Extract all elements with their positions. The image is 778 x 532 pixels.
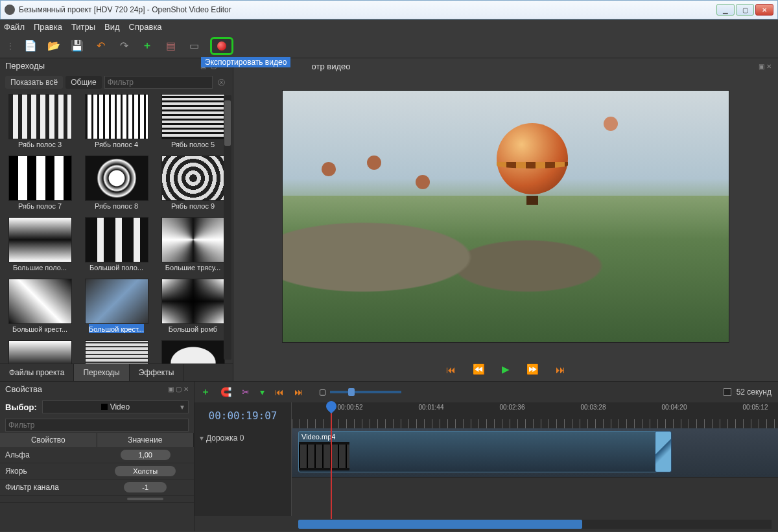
transition-item[interactable]: Большие трясу... [156, 217, 230, 277]
export-tooltip: Экспортировать видео [201, 57, 290, 67]
prev-marker-icon[interactable]: ⏮ [275, 387, 284, 397]
transition-item[interactable] [156, 340, 230, 364]
jump-start-icon[interactable]: ⏮ [446, 364, 456, 375]
undo-icon[interactable]: ↶ [93, 39, 108, 53]
transition-label: Большой поло... [89, 262, 143, 272]
marker-add-icon[interactable]: ▾ [260, 387, 265, 397]
select-label: Выбор: [5, 402, 37, 412]
transition-thumb [8, 340, 72, 364]
next-marker-icon[interactable]: ⏭ [294, 387, 303, 397]
transition-thumb [161, 94, 225, 139]
tab-project-files[interactable]: Файлы проекта [0, 364, 74, 381]
property-value[interactable]: -1 [124, 482, 167, 492]
fullscreen-icon[interactable]: ▭ [187, 39, 201, 53]
property-value[interactable] [127, 498, 163, 500]
export-video-button[interactable] [210, 37, 233, 55]
transition-item[interactable]: Большой ромб [156, 279, 230, 338]
tab-transitions[interactable]: Переходы [74, 364, 129, 381]
transitions-panel: Переходы ▣ ▢ ✕ Показать всё Общие ⓧ Рябь… [0, 58, 233, 381]
track-header[interactable]: ▾ Дорожка 0 [194, 428, 292, 516]
selection-dropdown[interactable]: Video [42, 400, 189, 413]
menu-help[interactable]: Справка [129, 22, 162, 32]
transition-thumb [8, 279, 72, 324]
transition-label: Рябь полос 8 [95, 201, 138, 210]
transitions-filter-input[interactable] [104, 76, 213, 89]
minimize-button[interactable] [716, 4, 735, 16]
transition-label: Большой крест... [12, 324, 67, 333]
transition-item[interactable]: Большой поло... [79, 217, 154, 277]
forward-icon[interactable]: ⏩ [526, 364, 539, 375]
maximize-button[interactable] [736, 4, 754, 16]
ruler-label: 00:02:36 [500, 404, 525, 411]
property-row[interactable]: Альфа1,00 [0, 447, 194, 463]
col-value[interactable]: Значение [97, 433, 194, 447]
transitions-scrollbar[interactable] [224, 95, 231, 360]
transition-item[interactable]: Большие поло... [3, 217, 77, 277]
timecode-display[interactable]: 00:00:19:07 [194, 402, 292, 428]
track-body[interactable]: Video.mp4 [292, 428, 778, 478]
preview-dock-icons[interactable]: ▣ ✕ [759, 63, 772, 70]
save-project-icon[interactable]: 💾 [70, 39, 84, 53]
video-preview[interactable] [282, 90, 729, 343]
transition-thumb [85, 340, 148, 364]
transition-item[interactable] [3, 340, 77, 364]
transition-item[interactable]: Рябь полос 7 [3, 156, 77, 215]
timeline-ruler[interactable]: 00:00:5200:01:4400:02:3600:03:2800:04:20… [292, 402, 778, 428]
transition-item[interactable]: Рябь полос 4 [79, 94, 154, 154]
property-row[interactable]: ЯкорьХолсты [0, 463, 194, 480]
clear-filter-icon[interactable]: ⓧ [215, 78, 228, 87]
snap-icon[interactable]: 🧲 [220, 387, 231, 397]
common-tab[interactable]: Общие [65, 76, 101, 89]
show-all-tab[interactable]: Показать всё [5, 76, 63, 89]
redo-icon[interactable]: ↷ [117, 39, 131, 53]
export-video-icon [217, 41, 226, 51]
zoom-slider[interactable]: ▢ [319, 387, 401, 397]
transition-item[interactable]: Рябь полос 9 [156, 156, 230, 215]
playback-controls: ⏮ ⏪ ▶ ⏩ ⏭ [233, 358, 778, 381]
transition-on-clip[interactable] [655, 431, 672, 472]
property-row[interactable]: Фильтр канала-1 [0, 480, 194, 496]
col-property[interactable]: Свойство [0, 433, 97, 447]
import-files-icon[interactable]: ＋ [140, 39, 154, 53]
tab-effects[interactable]: Эффекты [130, 364, 184, 381]
properties-table: Свойство Значение Альфа1,00ЯкорьХолстыФи… [0, 433, 194, 531]
properties-filter-input[interactable] [5, 419, 189, 432]
open-project-icon[interactable]: 📂 [47, 39, 61, 53]
ruler-label: 00:00:52 [338, 404, 363, 411]
property-value[interactable]: Холсты [115, 466, 176, 476]
rewind-icon[interactable]: ⏪ [473, 364, 485, 375]
transition-item[interactable]: Большой крест... [3, 279, 77, 338]
timeline-scrollbar[interactable] [298, 520, 772, 529]
transition-label: Большой ромб [169, 324, 217, 333]
menu-view[interactable]: Вид [104, 22, 120, 32]
menu-file[interactable]: Файл [4, 22, 25, 32]
transition-label: Рябь полос 3 [18, 139, 62, 148]
playhead[interactable] [331, 402, 332, 519]
new-project-icon[interactable]: 📄 [23, 39, 38, 53]
menu-titles[interactable]: Титры [71, 22, 95, 32]
video-clip[interactable]: Video.mp4 [298, 431, 661, 472]
play-icon[interactable]: ▶ [502, 364, 510, 375]
timeline-panel: ＋ 🧲 ✂ ▾ ⏮ ⏭ ▢ 52 секунд 00:00:19:07 00:0… [194, 382, 778, 531]
properties-dock-icons[interactable]: ▣ ▢ ✕ [168, 386, 189, 393]
duration-checkbox[interactable] [724, 388, 731, 396]
razor-icon[interactable]: ✂ [242, 387, 250, 397]
property-key [0, 496, 97, 502]
jump-end-icon[interactable]: ⏭ [556, 364, 565, 375]
transition-item[interactable]: Рябь полос 3 [3, 94, 77, 154]
transition-thumb [161, 279, 225, 324]
close-button[interactable] [755, 4, 773, 16]
transition-item[interactable]: Рябь полос 8 [79, 156, 154, 215]
add-track-icon[interactable]: ＋ [201, 386, 210, 398]
transition-item[interactable]: Рябь полос 5 [156, 94, 230, 154]
properties-panel: Свойства ▣ ▢ ✕ Выбор: Video Свойство Зна… [0, 382, 194, 531]
transition-label: Рябь полос 5 [171, 139, 215, 148]
profile-icon[interactable]: ▤ [163, 39, 178, 53]
transition-item[interactable] [79, 340, 154, 364]
property-value[interactable]: 1,00 [121, 450, 171, 460]
ruler-label: 00:05:12 [743, 404, 768, 411]
property-row[interactable] [0, 496, 194, 503]
menu-edit[interactable]: Правка [34, 22, 62, 32]
property-key: Фильтр канала [0, 480, 97, 495]
transition-item[interactable]: Большой крест... [79, 279, 154, 338]
